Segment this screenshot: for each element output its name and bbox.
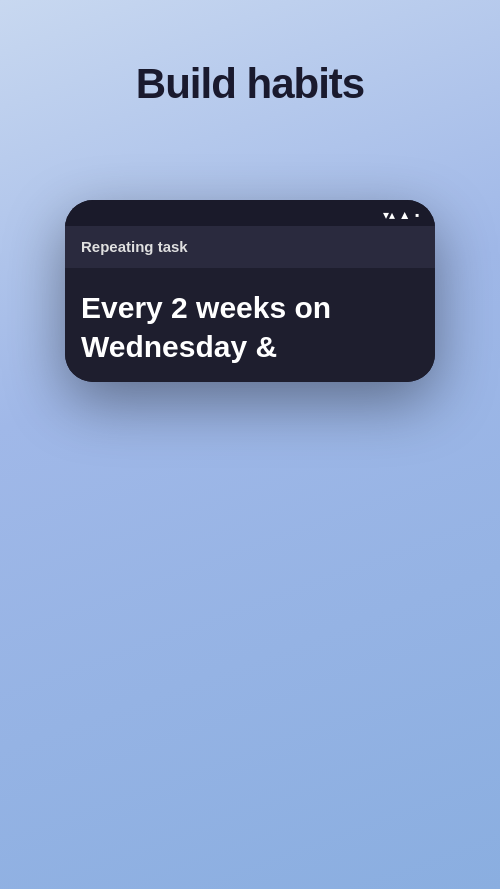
page-title: Build habits <box>0 60 500 108</box>
phone-frame: ▾▴ ▲ ▪ Repeating task Every 2 weeks on W… <box>65 200 435 382</box>
signal-icon: ▲ <box>399 208 411 222</box>
status-bar: ▾▴ ▲ ▪ <box>65 200 435 226</box>
battery-icon: ▪ <box>415 208 419 222</box>
status-icons: ▾▴ ▲ ▪ <box>383 208 419 222</box>
app-header: Repeating task <box>65 226 435 268</box>
phone-mockup: ▾▴ ▲ ▪ Repeating task Every 2 weeks on W… <box>65 200 435 382</box>
wifi-icon: ▾▴ <box>383 208 395 222</box>
app-header-title: Repeating task <box>81 238 188 255</box>
task-content: Every 2 weeks on Wednesday & <box>65 268 435 382</box>
task-text: Every 2 weeks on Wednesday & <box>81 288 419 366</box>
header-section: Build habits <box>0 0 500 138</box>
